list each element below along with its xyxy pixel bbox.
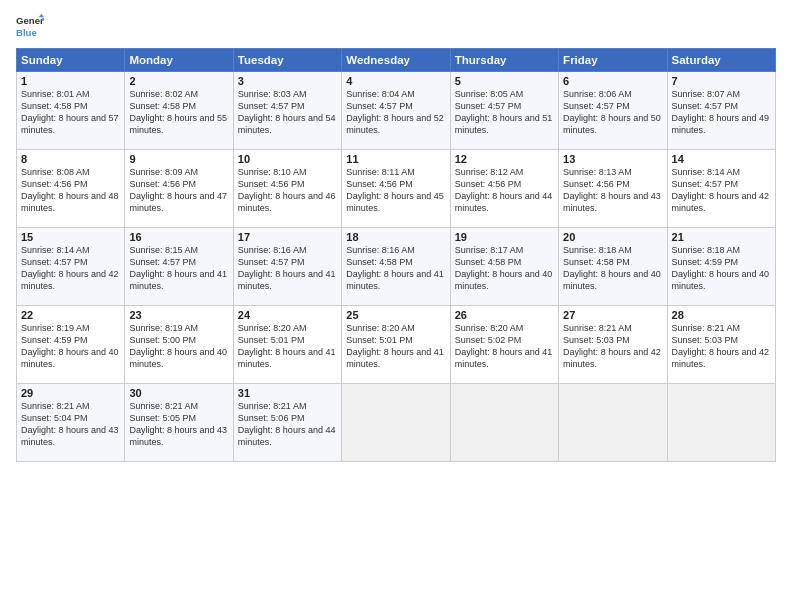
calendar-cell: 7Sunrise: 8:07 AMSunset: 4:57 PMDaylight… — [667, 72, 775, 150]
day-number: 31 — [238, 387, 337, 399]
calendar-cell: 11Sunrise: 8:11 AMSunset: 4:56 PMDayligh… — [342, 150, 450, 228]
calendar-cell: 31Sunrise: 8:21 AMSunset: 5:06 PMDayligh… — [233, 384, 341, 462]
cell-info: Sunrise: 8:20 AMSunset: 5:02 PMDaylight:… — [455, 323, 553, 369]
calendar-cell: 21Sunrise: 8:18 AMSunset: 4:59 PMDayligh… — [667, 228, 775, 306]
day-number: 8 — [21, 153, 120, 165]
calendar-cell: 3Sunrise: 8:03 AMSunset: 4:57 PMDaylight… — [233, 72, 341, 150]
day-header-tuesday: Tuesday — [233, 49, 341, 72]
day-header-saturday: Saturday — [667, 49, 775, 72]
calendar-cell: 25Sunrise: 8:20 AMSunset: 5:01 PMDayligh… — [342, 306, 450, 384]
cell-info: Sunrise: 8:16 AMSunset: 4:58 PMDaylight:… — [346, 245, 444, 291]
days-header-row: SundayMondayTuesdayWednesdayThursdayFrid… — [17, 49, 776, 72]
calendar-cell: 18Sunrise: 8:16 AMSunset: 4:58 PMDayligh… — [342, 228, 450, 306]
day-number: 17 — [238, 231, 337, 243]
day-number: 22 — [21, 309, 120, 321]
day-header-thursday: Thursday — [450, 49, 558, 72]
logo: General Blue — [16, 12, 44, 40]
day-number: 27 — [563, 309, 662, 321]
week-row-1: 1Sunrise: 8:01 AMSunset: 4:58 PMDaylight… — [17, 72, 776, 150]
calendar-page: General Blue SundayMondayTuesdayWednesda… — [0, 0, 792, 612]
calendar-cell: 13Sunrise: 8:13 AMSunset: 4:56 PMDayligh… — [559, 150, 667, 228]
cell-info: Sunrise: 8:19 AMSunset: 5:00 PMDaylight:… — [129, 323, 227, 369]
calendar-cell: 26Sunrise: 8:20 AMSunset: 5:02 PMDayligh… — [450, 306, 558, 384]
week-row-5: 29Sunrise: 8:21 AMSunset: 5:04 PMDayligh… — [17, 384, 776, 462]
cell-info: Sunrise: 8:15 AMSunset: 4:57 PMDaylight:… — [129, 245, 227, 291]
day-number: 14 — [672, 153, 771, 165]
calendar-cell — [559, 384, 667, 462]
calendar-cell: 29Sunrise: 8:21 AMSunset: 5:04 PMDayligh… — [17, 384, 125, 462]
week-row-2: 8Sunrise: 8:08 AMSunset: 4:56 PMDaylight… — [17, 150, 776, 228]
calendar-cell: 16Sunrise: 8:15 AMSunset: 4:57 PMDayligh… — [125, 228, 233, 306]
cell-info: Sunrise: 8:08 AMSunset: 4:56 PMDaylight:… — [21, 167, 119, 213]
calendar-cell: 20Sunrise: 8:18 AMSunset: 4:58 PMDayligh… — [559, 228, 667, 306]
day-number: 18 — [346, 231, 445, 243]
day-number: 19 — [455, 231, 554, 243]
day-number: 4 — [346, 75, 445, 87]
cell-info: Sunrise: 8:21 AMSunset: 5:06 PMDaylight:… — [238, 401, 336, 447]
calendar-cell: 15Sunrise: 8:14 AMSunset: 4:57 PMDayligh… — [17, 228, 125, 306]
day-header-monday: Monday — [125, 49, 233, 72]
week-row-3: 15Sunrise: 8:14 AMSunset: 4:57 PMDayligh… — [17, 228, 776, 306]
calendar-cell: 28Sunrise: 8:21 AMSunset: 5:03 PMDayligh… — [667, 306, 775, 384]
cell-info: Sunrise: 8:17 AMSunset: 4:58 PMDaylight:… — [455, 245, 553, 291]
cell-info: Sunrise: 8:19 AMSunset: 4:59 PMDaylight:… — [21, 323, 119, 369]
day-number: 9 — [129, 153, 228, 165]
day-number: 10 — [238, 153, 337, 165]
day-number: 25 — [346, 309, 445, 321]
cell-info: Sunrise: 8:21 AMSunset: 5:05 PMDaylight:… — [129, 401, 227, 447]
day-number: 1 — [21, 75, 120, 87]
calendar-cell: 2Sunrise: 8:02 AMSunset: 4:58 PMDaylight… — [125, 72, 233, 150]
cell-info: Sunrise: 8:06 AMSunset: 4:57 PMDaylight:… — [563, 89, 661, 135]
day-header-wednesday: Wednesday — [342, 49, 450, 72]
day-number: 26 — [455, 309, 554, 321]
cell-info: Sunrise: 8:01 AMSunset: 4:58 PMDaylight:… — [21, 89, 119, 135]
day-number: 28 — [672, 309, 771, 321]
cell-info: Sunrise: 8:02 AMSunset: 4:58 PMDaylight:… — [129, 89, 227, 135]
calendar-table: SundayMondayTuesdayWednesdayThursdayFrid… — [16, 48, 776, 462]
cell-info: Sunrise: 8:11 AMSunset: 4:56 PMDaylight:… — [346, 167, 444, 213]
calendar-cell: 1Sunrise: 8:01 AMSunset: 4:58 PMDaylight… — [17, 72, 125, 150]
cell-info: Sunrise: 8:20 AMSunset: 5:01 PMDaylight:… — [346, 323, 444, 369]
calendar-cell: 5Sunrise: 8:05 AMSunset: 4:57 PMDaylight… — [450, 72, 558, 150]
day-number: 2 — [129, 75, 228, 87]
cell-info: Sunrise: 8:18 AMSunset: 4:59 PMDaylight:… — [672, 245, 770, 291]
cell-info: Sunrise: 8:21 AMSunset: 5:03 PMDaylight:… — [672, 323, 770, 369]
calendar-cell — [342, 384, 450, 462]
day-number: 15 — [21, 231, 120, 243]
cell-info: Sunrise: 8:16 AMSunset: 4:57 PMDaylight:… — [238, 245, 336, 291]
day-header-sunday: Sunday — [17, 49, 125, 72]
day-number: 16 — [129, 231, 228, 243]
calendar-cell: 30Sunrise: 8:21 AMSunset: 5:05 PMDayligh… — [125, 384, 233, 462]
calendar-cell: 12Sunrise: 8:12 AMSunset: 4:56 PMDayligh… — [450, 150, 558, 228]
calendar-cell: 19Sunrise: 8:17 AMSunset: 4:58 PMDayligh… — [450, 228, 558, 306]
day-number: 20 — [563, 231, 662, 243]
cell-info: Sunrise: 8:03 AMSunset: 4:57 PMDaylight:… — [238, 89, 336, 135]
calendar-body: 1Sunrise: 8:01 AMSunset: 4:58 PMDaylight… — [17, 72, 776, 462]
cell-info: Sunrise: 8:09 AMSunset: 4:56 PMDaylight:… — [129, 167, 227, 213]
day-number: 5 — [455, 75, 554, 87]
cell-info: Sunrise: 8:14 AMSunset: 4:57 PMDaylight:… — [21, 245, 119, 291]
cell-info: Sunrise: 8:10 AMSunset: 4:56 PMDaylight:… — [238, 167, 336, 213]
cell-info: Sunrise: 8:18 AMSunset: 4:58 PMDaylight:… — [563, 245, 661, 291]
week-row-4: 22Sunrise: 8:19 AMSunset: 4:59 PMDayligh… — [17, 306, 776, 384]
cell-info: Sunrise: 8:12 AMSunset: 4:56 PMDaylight:… — [455, 167, 553, 213]
calendar-cell: 6Sunrise: 8:06 AMSunset: 4:57 PMDaylight… — [559, 72, 667, 150]
day-number: 6 — [563, 75, 662, 87]
calendar-cell: 17Sunrise: 8:16 AMSunset: 4:57 PMDayligh… — [233, 228, 341, 306]
cell-info: Sunrise: 8:13 AMSunset: 4:56 PMDaylight:… — [563, 167, 661, 213]
day-number: 7 — [672, 75, 771, 87]
day-number: 11 — [346, 153, 445, 165]
calendar-cell: 23Sunrise: 8:19 AMSunset: 5:00 PMDayligh… — [125, 306, 233, 384]
day-number: 29 — [21, 387, 120, 399]
cell-info: Sunrise: 8:20 AMSunset: 5:01 PMDaylight:… — [238, 323, 336, 369]
calendar-cell — [450, 384, 558, 462]
cell-info: Sunrise: 8:05 AMSunset: 4:57 PMDaylight:… — [455, 89, 553, 135]
calendar-cell — [667, 384, 775, 462]
cell-info: Sunrise: 8:14 AMSunset: 4:57 PMDaylight:… — [672, 167, 770, 213]
day-number: 3 — [238, 75, 337, 87]
calendar-cell: 24Sunrise: 8:20 AMSunset: 5:01 PMDayligh… — [233, 306, 341, 384]
day-number: 24 — [238, 309, 337, 321]
day-number: 13 — [563, 153, 662, 165]
logo-icon: General Blue — [16, 12, 44, 40]
calendar-cell: 22Sunrise: 8:19 AMSunset: 4:59 PMDayligh… — [17, 306, 125, 384]
